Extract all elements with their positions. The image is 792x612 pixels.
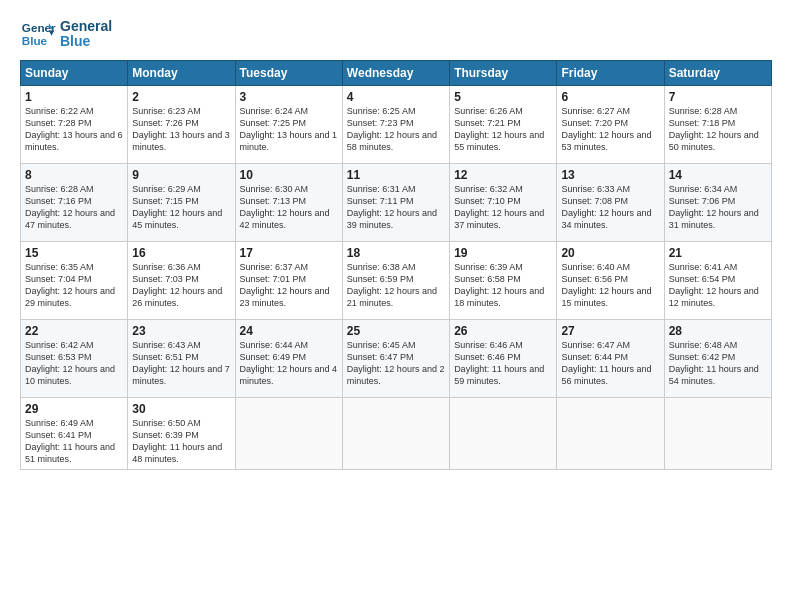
day-number: 18	[347, 246, 445, 260]
day-number: 3	[240, 90, 338, 104]
day-info: Sunrise: 6:22 AM Sunset: 7:28 PM Dayligh…	[25, 105, 123, 154]
header-monday: Monday	[128, 61, 235, 86]
day-info: Sunrise: 6:33 AM Sunset: 7:08 PM Dayligh…	[561, 183, 659, 232]
calendar-cell: 28 Sunrise: 6:48 AM Sunset: 6:42 PM Dayl…	[664, 320, 771, 398]
day-number: 5	[454, 90, 552, 104]
calendar-week-3: 15 Sunrise: 6:35 AM Sunset: 7:04 PM Dayl…	[21, 242, 772, 320]
day-info: Sunrise: 6:38 AM Sunset: 6:59 PM Dayligh…	[347, 261, 445, 310]
calendar-week-4: 22 Sunrise: 6:42 AM Sunset: 6:53 PM Dayl…	[21, 320, 772, 398]
header-wednesday: Wednesday	[342, 61, 449, 86]
calendar-cell: 26 Sunrise: 6:46 AM Sunset: 6:46 PM Dayl…	[450, 320, 557, 398]
header-saturday: Saturday	[664, 61, 771, 86]
calendar-cell: 18 Sunrise: 6:38 AM Sunset: 6:59 PM Dayl…	[342, 242, 449, 320]
day-number: 12	[454, 168, 552, 182]
day-info: Sunrise: 6:27 AM Sunset: 7:20 PM Dayligh…	[561, 105, 659, 154]
day-number: 4	[347, 90, 445, 104]
day-number: 24	[240, 324, 338, 338]
calendar-cell: 24 Sunrise: 6:44 AM Sunset: 6:49 PM Dayl…	[235, 320, 342, 398]
day-info: Sunrise: 6:29 AM Sunset: 7:15 PM Dayligh…	[132, 183, 230, 232]
calendar-cell: 12 Sunrise: 6:32 AM Sunset: 7:10 PM Dayl…	[450, 164, 557, 242]
day-info: Sunrise: 6:48 AM Sunset: 6:42 PM Dayligh…	[669, 339, 767, 388]
day-info: Sunrise: 6:49 AM Sunset: 6:41 PM Dayligh…	[25, 417, 123, 466]
header-tuesday: Tuesday	[235, 61, 342, 86]
day-info: Sunrise: 6:25 AM Sunset: 7:23 PM Dayligh…	[347, 105, 445, 154]
calendar-cell: 20 Sunrise: 6:40 AM Sunset: 6:56 PM Dayl…	[557, 242, 664, 320]
logo-general: General	[60, 19, 112, 34]
day-info: Sunrise: 6:31 AM Sunset: 7:11 PM Dayligh…	[347, 183, 445, 232]
calendar-cell	[450, 398, 557, 470]
day-info: Sunrise: 6:47 AM Sunset: 6:44 PM Dayligh…	[561, 339, 659, 388]
calendar-week-5: 29 Sunrise: 6:49 AM Sunset: 6:41 PM Dayl…	[21, 398, 772, 470]
day-info: Sunrise: 6:30 AM Sunset: 7:13 PM Dayligh…	[240, 183, 338, 232]
day-info: Sunrise: 6:46 AM Sunset: 6:46 PM Dayligh…	[454, 339, 552, 388]
calendar-cell: 3 Sunrise: 6:24 AM Sunset: 7:25 PM Dayli…	[235, 86, 342, 164]
day-number: 10	[240, 168, 338, 182]
day-info: Sunrise: 6:45 AM Sunset: 6:47 PM Dayligh…	[347, 339, 445, 388]
calendar-cell	[342, 398, 449, 470]
calendar-cell: 1 Sunrise: 6:22 AM Sunset: 7:28 PM Dayli…	[21, 86, 128, 164]
day-number: 14	[669, 168, 767, 182]
calendar-cell: 10 Sunrise: 6:30 AM Sunset: 7:13 PM Dayl…	[235, 164, 342, 242]
calendar-cell	[235, 398, 342, 470]
calendar-cell: 27 Sunrise: 6:47 AM Sunset: 6:44 PM Dayl…	[557, 320, 664, 398]
day-number: 29	[25, 402, 123, 416]
calendar-week-1: 1 Sunrise: 6:22 AM Sunset: 7:28 PM Dayli…	[21, 86, 772, 164]
day-info: Sunrise: 6:34 AM Sunset: 7:06 PM Dayligh…	[669, 183, 767, 232]
day-number: 16	[132, 246, 230, 260]
day-info: Sunrise: 6:43 AM Sunset: 6:51 PM Dayligh…	[132, 339, 230, 388]
day-number: 25	[347, 324, 445, 338]
svg-text:Blue: Blue	[22, 34, 48, 47]
day-number: 27	[561, 324, 659, 338]
calendar-cell: 23 Sunrise: 6:43 AM Sunset: 6:51 PM Dayl…	[128, 320, 235, 398]
calendar-cell: 22 Sunrise: 6:42 AM Sunset: 6:53 PM Dayl…	[21, 320, 128, 398]
day-number: 26	[454, 324, 552, 338]
calendar-cell	[557, 398, 664, 470]
calendar-cell: 6 Sunrise: 6:27 AM Sunset: 7:20 PM Dayli…	[557, 86, 664, 164]
day-number: 9	[132, 168, 230, 182]
logo-blue: Blue	[60, 34, 112, 49]
day-info: Sunrise: 6:36 AM Sunset: 7:03 PM Dayligh…	[132, 261, 230, 310]
calendar-cell: 25 Sunrise: 6:45 AM Sunset: 6:47 PM Dayl…	[342, 320, 449, 398]
header-thursday: Thursday	[450, 61, 557, 86]
calendar-cell: 16 Sunrise: 6:36 AM Sunset: 7:03 PM Dayl…	[128, 242, 235, 320]
day-info: Sunrise: 6:26 AM Sunset: 7:21 PM Dayligh…	[454, 105, 552, 154]
calendar-cell: 5 Sunrise: 6:26 AM Sunset: 7:21 PM Dayli…	[450, 86, 557, 164]
day-number: 17	[240, 246, 338, 260]
page-header: General Blue General Blue	[20, 16, 772, 52]
day-number: 11	[347, 168, 445, 182]
day-number: 13	[561, 168, 659, 182]
day-number: 21	[669, 246, 767, 260]
day-number: 22	[25, 324, 123, 338]
day-info: Sunrise: 6:24 AM Sunset: 7:25 PM Dayligh…	[240, 105, 338, 154]
day-number: 19	[454, 246, 552, 260]
calendar-header-row: SundayMondayTuesdayWednesdayThursdayFrid…	[21, 61, 772, 86]
day-number: 30	[132, 402, 230, 416]
calendar-cell: 13 Sunrise: 6:33 AM Sunset: 7:08 PM Dayl…	[557, 164, 664, 242]
day-number: 20	[561, 246, 659, 260]
day-info: Sunrise: 6:40 AM Sunset: 6:56 PM Dayligh…	[561, 261, 659, 310]
calendar-cell: 7 Sunrise: 6:28 AM Sunset: 7:18 PM Dayli…	[664, 86, 771, 164]
calendar-cell: 4 Sunrise: 6:25 AM Sunset: 7:23 PM Dayli…	[342, 86, 449, 164]
calendar-cell	[664, 398, 771, 470]
calendar-cell: 8 Sunrise: 6:28 AM Sunset: 7:16 PM Dayli…	[21, 164, 128, 242]
header-sunday: Sunday	[21, 61, 128, 86]
day-number: 2	[132, 90, 230, 104]
day-info: Sunrise: 6:35 AM Sunset: 7:04 PM Dayligh…	[25, 261, 123, 310]
calendar-cell: 11 Sunrise: 6:31 AM Sunset: 7:11 PM Dayl…	[342, 164, 449, 242]
day-number: 23	[132, 324, 230, 338]
day-info: Sunrise: 6:28 AM Sunset: 7:18 PM Dayligh…	[669, 105, 767, 154]
calendar-cell: 2 Sunrise: 6:23 AM Sunset: 7:26 PM Dayli…	[128, 86, 235, 164]
calendar-cell: 19 Sunrise: 6:39 AM Sunset: 6:58 PM Dayl…	[450, 242, 557, 320]
day-info: Sunrise: 6:23 AM Sunset: 7:26 PM Dayligh…	[132, 105, 230, 154]
logo: General Blue General Blue	[20, 16, 112, 52]
day-info: Sunrise: 6:44 AM Sunset: 6:49 PM Dayligh…	[240, 339, 338, 388]
day-info: Sunrise: 6:39 AM Sunset: 6:58 PM Dayligh…	[454, 261, 552, 310]
day-info: Sunrise: 6:32 AM Sunset: 7:10 PM Dayligh…	[454, 183, 552, 232]
day-info: Sunrise: 6:50 AM Sunset: 6:39 PM Dayligh…	[132, 417, 230, 466]
day-number: 1	[25, 90, 123, 104]
day-info: Sunrise: 6:28 AM Sunset: 7:16 PM Dayligh…	[25, 183, 123, 232]
day-number: 8	[25, 168, 123, 182]
calendar-cell: 21 Sunrise: 6:41 AM Sunset: 6:54 PM Dayl…	[664, 242, 771, 320]
calendar-cell: 17 Sunrise: 6:37 AM Sunset: 7:01 PM Dayl…	[235, 242, 342, 320]
calendar-cell: 30 Sunrise: 6:50 AM Sunset: 6:39 PM Dayl…	[128, 398, 235, 470]
